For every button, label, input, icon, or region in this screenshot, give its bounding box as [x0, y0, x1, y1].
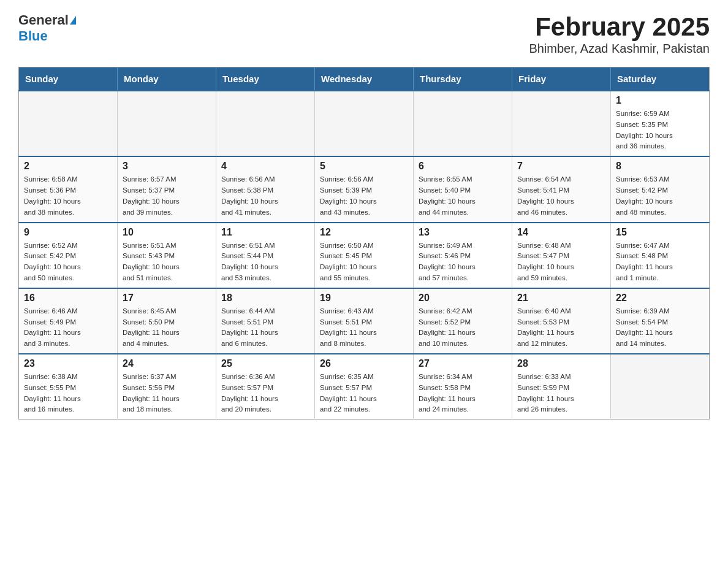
calendar-cell: 1Sunrise: 6:59 AM Sunset: 5:35 PM Daylig… — [611, 91, 710, 156]
header-day-thursday: Thursday — [414, 67, 512, 91]
page-header: General Blue February 2025 Bhimber, Azad… — [18, 12, 710, 56]
header-row: SundayMondayTuesdayWednesdayThursdayFrid… — [19, 67, 710, 91]
page-subtitle: Bhimber, Azad Kashmir, Pakistan — [529, 42, 710, 56]
calendar-cell: 13Sunrise: 6:49 AM Sunset: 5:46 PM Dayli… — [414, 223, 512, 288]
week-row-3: 9Sunrise: 6:52 AM Sunset: 5:42 PM Daylig… — [19, 223, 710, 288]
calendar-cell: 19Sunrise: 6:43 AM Sunset: 5:51 PM Dayli… — [315, 288, 414, 354]
calendar-cell: 16Sunrise: 6:46 AM Sunset: 5:49 PM Dayli… — [19, 288, 118, 354]
day-info: Sunrise: 6:59 AM Sunset: 5:35 PM Dayligh… — [616, 109, 704, 152]
day-info: Sunrise: 6:39 AM Sunset: 5:54 PM Dayligh… — [616, 306, 704, 350]
day-info: Sunrise: 6:45 AM Sunset: 5:50 PM Dayligh… — [123, 306, 211, 350]
logo-blue-text: Blue — [18, 28, 48, 44]
day-number: 14 — [517, 227, 605, 238]
day-number: 5 — [320, 161, 408, 172]
day-info: Sunrise: 6:40 AM Sunset: 5:53 PM Dayligh… — [517, 306, 605, 350]
day-number: 21 — [517, 293, 605, 304]
day-info: Sunrise: 6:49 AM Sunset: 5:46 PM Dayligh… — [419, 240, 507, 284]
day-number: 23 — [24, 358, 112, 369]
day-number: 3 — [123, 161, 211, 172]
calendar-cell: 24Sunrise: 6:37 AM Sunset: 5:56 PM Dayli… — [118, 354, 216, 419]
day-number: 20 — [419, 293, 507, 304]
day-number: 10 — [123, 227, 211, 238]
day-number: 13 — [419, 227, 507, 238]
calendar-cell — [315, 91, 414, 156]
day-number: 25 — [221, 358, 309, 369]
week-row-4: 16Sunrise: 6:46 AM Sunset: 5:49 PM Dayli… — [19, 288, 710, 354]
calendar-cell: 6Sunrise: 6:55 AM Sunset: 5:40 PM Daylig… — [414, 156, 512, 222]
day-info: Sunrise: 6:38 AM Sunset: 5:55 PM Dayligh… — [24, 372, 112, 415]
day-info: Sunrise: 6:57 AM Sunset: 5:37 PM Dayligh… — [123, 174, 211, 218]
calendar-cell: 8Sunrise: 6:53 AM Sunset: 5:42 PM Daylig… — [611, 156, 710, 222]
day-number: 19 — [320, 293, 408, 304]
day-info: Sunrise: 6:43 AM Sunset: 5:51 PM Dayligh… — [320, 306, 408, 350]
day-info: Sunrise: 6:56 AM Sunset: 5:38 PM Dayligh… — [221, 174, 309, 218]
page-title: February 2025 — [529, 12, 710, 42]
calendar-cell — [414, 91, 512, 156]
day-info: Sunrise: 6:34 AM Sunset: 5:58 PM Dayligh… — [419, 372, 507, 415]
day-info: Sunrise: 6:47 AM Sunset: 5:48 PM Dayligh… — [616, 240, 704, 284]
calendar-header: SundayMondayTuesdayWednesdayThursdayFrid… — [19, 67, 710, 91]
calendar-cell — [118, 91, 216, 156]
header-day-tuesday: Tuesday — [216, 67, 315, 91]
calendar-cell: 20Sunrise: 6:42 AM Sunset: 5:52 PM Dayli… — [414, 288, 512, 354]
day-info: Sunrise: 6:51 AM Sunset: 5:43 PM Dayligh… — [123, 240, 211, 284]
day-info: Sunrise: 6:55 AM Sunset: 5:40 PM Dayligh… — [419, 174, 507, 218]
day-number: 22 — [616, 293, 704, 304]
header-day-saturday: Saturday — [611, 67, 710, 91]
day-number: 18 — [221, 293, 309, 304]
calendar-cell — [216, 91, 315, 156]
calendar-cell: 26Sunrise: 6:35 AM Sunset: 5:57 PM Dayli… — [315, 354, 414, 419]
day-info: Sunrise: 6:56 AM Sunset: 5:39 PM Dayligh… — [320, 174, 408, 218]
day-number: 7 — [517, 161, 605, 172]
calendar-cell: 28Sunrise: 6:33 AM Sunset: 5:59 PM Dayli… — [512, 354, 611, 419]
calendar-cell: 9Sunrise: 6:52 AM Sunset: 5:42 PM Daylig… — [19, 223, 118, 288]
calendar-cell: 17Sunrise: 6:45 AM Sunset: 5:50 PM Dayli… — [118, 288, 216, 354]
logo: General Blue — [18, 12, 76, 44]
calendar-cell: 27Sunrise: 6:34 AM Sunset: 5:58 PM Dayli… — [414, 354, 512, 419]
calendar-cell: 25Sunrise: 6:36 AM Sunset: 5:57 PM Dayli… — [216, 354, 315, 419]
title-section: February 2025 Bhimber, Azad Kashmir, Pak… — [529, 12, 710, 56]
header-day-friday: Friday — [512, 67, 611, 91]
day-number: 11 — [221, 227, 309, 238]
logo-general-text: General — [18, 12, 69, 28]
calendar-cell: 22Sunrise: 6:39 AM Sunset: 5:54 PM Dayli… — [611, 288, 710, 354]
day-info: Sunrise: 6:33 AM Sunset: 5:59 PM Dayligh… — [517, 372, 605, 415]
day-info: Sunrise: 6:52 AM Sunset: 5:42 PM Dayligh… — [24, 240, 112, 284]
day-number: 12 — [320, 227, 408, 238]
day-info: Sunrise: 6:48 AM Sunset: 5:47 PM Dayligh… — [517, 240, 605, 284]
day-info: Sunrise: 6:37 AM Sunset: 5:56 PM Dayligh… — [123, 372, 211, 415]
calendar-cell: 11Sunrise: 6:51 AM Sunset: 5:44 PM Dayli… — [216, 223, 315, 288]
day-info: Sunrise: 6:42 AM Sunset: 5:52 PM Dayligh… — [419, 306, 507, 350]
calendar-cell: 21Sunrise: 6:40 AM Sunset: 5:53 PM Dayli… — [512, 288, 611, 354]
day-info: Sunrise: 6:53 AM Sunset: 5:42 PM Dayligh… — [616, 174, 704, 218]
day-number: 8 — [616, 161, 704, 172]
week-row-1: 1Sunrise: 6:59 AM Sunset: 5:35 PM Daylig… — [19, 91, 710, 156]
header-day-monday: Monday — [118, 67, 216, 91]
day-info: Sunrise: 6:46 AM Sunset: 5:49 PM Dayligh… — [24, 306, 112, 350]
calendar-cell — [512, 91, 611, 156]
calendar-cell: 18Sunrise: 6:44 AM Sunset: 5:51 PM Dayli… — [216, 288, 315, 354]
day-number: 26 — [320, 358, 408, 369]
day-number: 15 — [616, 227, 704, 238]
calendar-cell: 15Sunrise: 6:47 AM Sunset: 5:48 PM Dayli… — [611, 223, 710, 288]
day-info: Sunrise: 6:50 AM Sunset: 5:45 PM Dayligh… — [320, 240, 408, 284]
day-number: 17 — [123, 293, 211, 304]
day-number: 6 — [419, 161, 507, 172]
header-day-wednesday: Wednesday — [315, 67, 414, 91]
calendar-table: SundayMondayTuesdayWednesdayThursdayFrid… — [18, 67, 710, 419]
day-info: Sunrise: 6:58 AM Sunset: 5:36 PM Dayligh… — [24, 174, 112, 218]
day-number: 1 — [616, 95, 704, 106]
day-number: 4 — [221, 161, 309, 172]
day-number: 28 — [517, 358, 605, 369]
day-info: Sunrise: 6:54 AM Sunset: 5:41 PM Dayligh… — [517, 174, 605, 218]
header-day-sunday: Sunday — [19, 67, 118, 91]
day-info: Sunrise: 6:35 AM Sunset: 5:57 PM Dayligh… — [320, 372, 408, 415]
calendar-cell: 12Sunrise: 6:50 AM Sunset: 5:45 PM Dayli… — [315, 223, 414, 288]
week-row-5: 23Sunrise: 6:38 AM Sunset: 5:55 PM Dayli… — [19, 354, 710, 419]
calendar-cell — [611, 354, 710, 419]
calendar-cell: 7Sunrise: 6:54 AM Sunset: 5:41 PM Daylig… — [512, 156, 611, 222]
day-number: 2 — [24, 161, 112, 172]
day-number: 24 — [123, 358, 211, 369]
calendar-cell — [19, 91, 118, 156]
calendar-cell: 10Sunrise: 6:51 AM Sunset: 5:43 PM Dayli… — [118, 223, 216, 288]
